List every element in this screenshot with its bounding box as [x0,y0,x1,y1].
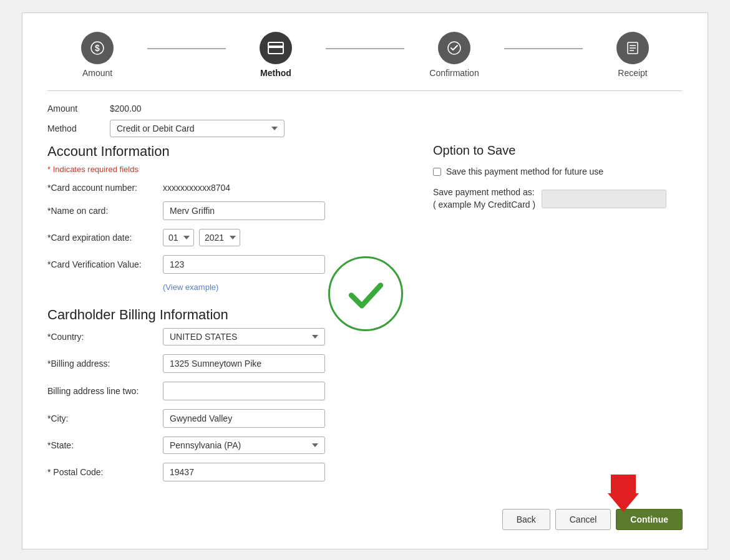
back-button[interactable]: Back [502,509,550,530]
expiry-month-select[interactable]: 01020304 05060708 09101112 [163,229,194,246]
connector-2 [326,48,404,49]
name-on-card-row: *Name on card: [47,201,396,220]
save-as-row: Save payment method as: ( example My Cre… [433,186,683,211]
red-arrow-annotation [608,475,639,514]
main-container: $ Amount Method Confirmation Receipt [22,12,708,549]
postal-row: * Postal Code: [47,463,396,481]
expiry-row: *Card expiration date: 01020304 05060708… [47,229,396,246]
city-label: *City: [47,413,163,423]
save-as-input[interactable] [542,190,666,208]
expiry-selects: 01020304 05060708 09101112 2021202220232… [163,229,240,246]
step-amount-label: Amount [82,68,112,78]
amount-summary-row: Amount $200.00 [47,104,683,113]
stepper-divider [47,90,683,91]
card-number-row: *Card account number: xxxxxxxxxxx8704 [47,183,396,193]
save-as-label: Save payment method as: ( example My Cre… [433,186,535,211]
right-column: Option to Save Save this payment method … [421,143,683,490]
postal-label: * Postal Code: [47,467,163,477]
expiry-label: *Card expiration date: [47,233,163,243]
cancel-button[interactable]: Cancel [555,509,611,530]
step-method-circle [260,32,292,64]
svg-text:$: $ [95,43,100,53]
step-amount: $ Amount [47,32,147,78]
amount-summary-value: $200.00 [110,104,142,113]
connector-1 [147,48,226,49]
address2-row: Billing address line two: [47,382,396,400]
state-label: *State: [47,440,163,450]
step-receipt: Receipt [583,32,683,78]
country-select[interactable]: UNITED STATES CANADA [163,328,325,345]
step-confirmation-circle [438,32,470,64]
cvv-input[interactable] [163,255,325,274]
stepper: $ Amount Method Confirmation Receipt [47,32,683,78]
address1-label: *Billing address: [47,359,163,369]
card-number-value: xxxxxxxxxxx8704 [163,183,230,193]
step-method-label: Method [260,68,291,78]
card-number-label: *Card account number: [47,183,163,193]
city-row: *City: [47,409,396,428]
address1-row: *Billing address: [47,354,396,373]
city-input[interactable] [163,409,325,428]
account-info-heading: Account Information [47,143,396,160]
address1-input[interactable] [163,354,325,373]
cvv-label: *Card Verification Value: [47,259,163,269]
save-option-heading: Option to Save [433,143,683,158]
postal-input[interactable] [163,463,325,481]
save-checkbox-label[interactable]: Save this payment method for future use [446,167,603,176]
state-select[interactable]: Pennsylvania (PA) New York (NY) Californ… [163,437,325,454]
step-receipt-circle [616,32,649,64]
state-row: *State: Pennsylvania (PA) New York (NY) … [47,437,396,454]
address2-label: Billing address line two: [47,386,163,396]
country-label: *Country: [47,332,163,342]
svg-rect-3 [268,46,283,48]
step-method: Method [226,32,326,78]
connector-3 [504,48,583,49]
checkmark-overlay [328,256,403,331]
step-amount-circle: $ [81,32,114,64]
button-row: Back Cancel Continue [47,509,683,530]
expiry-year-select[interactable]: 2021202220232024 20252026 [199,229,240,246]
required-note: * Indicates required fields [47,165,396,174]
name-on-card-label: *Name on card: [47,206,163,216]
method-summary-label: Method [47,123,110,133]
method-summary-row: Method Credit or Debit Card Bank Account [47,120,683,137]
svg-marker-9 [608,475,639,512]
country-row: *Country: UNITED STATES CANADA [47,328,396,345]
step-receipt-label: Receipt [618,68,647,78]
step-confirmation: Confirmation [404,32,504,78]
address2-input[interactable] [163,382,325,400]
method-select[interactable]: Credit or Debit Card Bank Account [110,120,285,137]
save-payment-checkbox[interactable] [433,168,441,176]
save-checkbox-row: Save this payment method for future use [433,167,683,176]
amount-summary-label: Amount [47,104,110,113]
checkmark-icon [343,271,389,317]
step-confirmation-label: Confirmation [429,68,479,78]
name-on-card-input[interactable] [163,201,325,220]
